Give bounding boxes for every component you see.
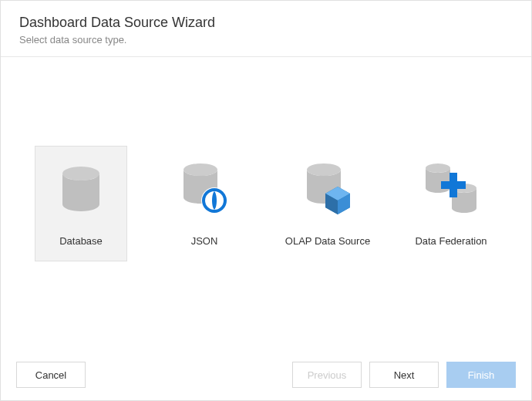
option-label: Database	[59, 235, 103, 247]
option-label: Data Federation	[415, 235, 487, 247]
wizard-content: Database JSON	[1, 57, 531, 349]
cancel-button[interactable]: Cancel	[16, 362, 86, 388]
federation-icon	[420, 158, 482, 220]
data-source-options: Database JSON	[35, 146, 497, 261]
wizard-header: Dashboard Data Source Wizard Select data…	[1, 1, 531, 57]
option-label: JSON	[191, 235, 218, 247]
option-database[interactable]: Database	[35, 146, 127, 261]
wizard-dialog: Dashboard Data Source Wizard Select data…	[0, 0, 532, 401]
option-federation[interactable]: Data Federation	[405, 146, 497, 261]
svg-rect-12	[441, 181, 466, 189]
wizard-subtitle: Select data source type.	[19, 34, 513, 45]
olap-icon	[297, 158, 359, 220]
option-json[interactable]: JSON	[158, 146, 251, 261]
svg-point-9	[426, 163, 450, 173]
wizard-title: Dashboard Data Source Wizard	[19, 15, 513, 31]
next-button[interactable]: Next	[369, 362, 439, 388]
svg-point-4	[307, 163, 341, 176]
previous-button: Previous	[292, 362, 362, 388]
svg-point-1	[184, 163, 217, 176]
finish-button: Finish	[446, 362, 516, 388]
wizard-footer: Cancel Previous Next Finish	[1, 349, 531, 400]
option-label: OLAP Data Source	[285, 235, 370, 247]
option-olap[interactable]: OLAP Data Source	[281, 146, 374, 261]
json-icon	[173, 158, 235, 220]
svg-point-0	[62, 167, 99, 180]
database-icon	[50, 158, 112, 220]
